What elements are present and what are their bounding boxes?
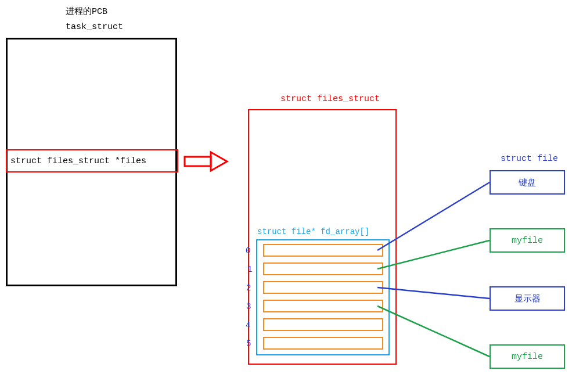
fd-slot-1 [263,262,383,275]
fd-array-label: struct file* fd_array[] [257,227,369,236]
pointer-arrow-icon [183,150,230,173]
svg-rect-0 [185,157,211,166]
struct-file-label: struct file [501,154,558,164]
struct-file-display-label: 显示器 [514,293,541,304]
struct-file-display: 显示器 [490,286,565,311]
task-struct-label: task_struct [66,22,123,32]
struct-file-keyboard: 键盘 [490,170,565,195]
fd-index-3: 3 [246,302,251,311]
fd-index-4: 4 [246,321,250,330]
fd-slot-5 [263,337,383,350]
fd-slot-2 [263,281,383,294]
files-ptr-box: struct files_struct *files [6,149,178,172]
fd-index-0: 0 [246,246,250,256]
struct-file-keyboard-label: 键盘 [519,177,536,188]
fd-slot-4 [263,318,383,331]
fd-index-5: 5 [246,339,251,348]
svg-marker-1 [211,152,227,171]
files-ptr-text: struct files_struct *files [9,152,147,171]
pcb-title: 进程的PCB [66,6,107,17]
struct-file-myfile-1-label: myfile [512,236,543,246]
struct-file-myfile-1: myfile [490,228,565,253]
struct-file-myfile-2: myfile [490,344,565,369]
fd-index-1: 1 [247,265,252,274]
struct-file-myfile-2-label: myfile [512,352,543,362]
files-struct-label: struct files_struct [280,94,380,104]
fd-slot-3 [263,300,383,312]
fd-index-2: 2 [246,283,251,293]
fd-slot-0 [263,244,383,257]
